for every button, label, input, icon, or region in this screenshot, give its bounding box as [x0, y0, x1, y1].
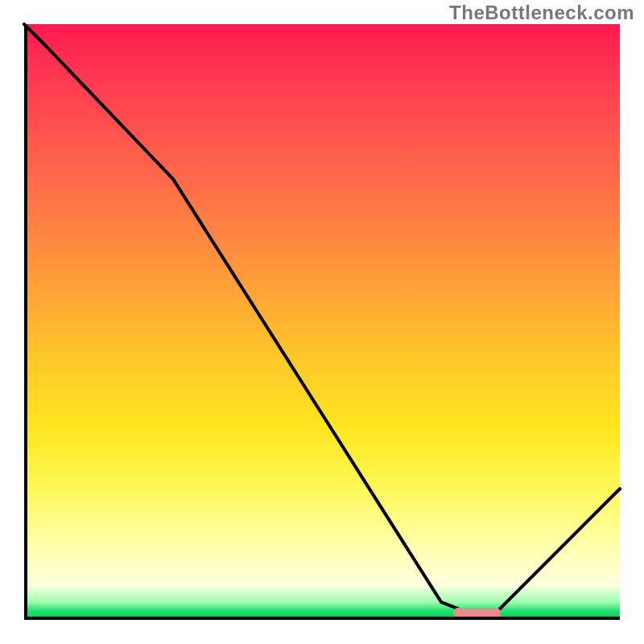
watermark-text: TheBottleneck.com — [449, 2, 634, 24]
optimum-marker — [453, 608, 501, 617]
plot-area — [24, 24, 620, 620]
curve-path — [24, 24, 620, 614]
curve-layer — [24, 24, 620, 620]
chart-frame: TheBottleneck.com — [0, 0, 644, 644]
